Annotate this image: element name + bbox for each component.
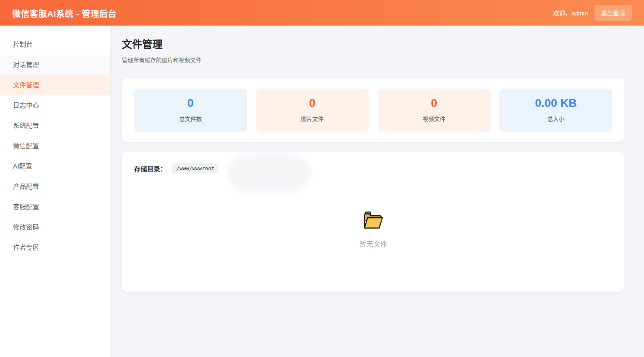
logout-button[interactable]: 退出登录 [594,5,632,21]
sidebar-item-change-password[interactable]: 修改密码 [0,217,110,238]
stat-value-image-files: 0 [256,97,369,110]
storage-directory-row: 存储目录： /www/wwwroot [134,163,612,173]
stat-label-video-files: 视频文件 [378,115,491,123]
stat-label-total-files: 总文件数 [134,115,247,123]
sidebar-item-system-config[interactable]: 系统配置 [0,116,110,136]
storage-directory-label: 存储目录： [134,164,167,173]
open-folder-icon [362,211,384,230]
sidebar-item-author-zone[interactable]: 作者专区 [0,238,110,258]
sidebar-item-service-config[interactable]: 客服配置 [0,197,110,217]
files-panel: 存储目录： /www/wwwroot 暂无文件 [122,152,624,292]
main-content: 文件管理 管理所有缓存的图片和视频文件 0 总文件数 0 图片文件 0 视频文件… [110,26,644,357]
stat-value-total-size: 0.00 KB [499,97,612,110]
page-subtitle: 管理所有缓存的图片和视频文件 [122,56,624,64]
stat-value-total-files: 0 [134,97,247,110]
app-title: 微信客服AI系统 - 管理后台 [12,7,117,19]
empty-state-text: 暂无文件 [360,238,387,249]
empty-state: 暂无文件 [134,211,612,249]
sidebar-item-conversations[interactable]: 对话管理 [0,55,110,75]
stat-value-video-files: 0 [378,97,491,110]
sidebar-item-dashboard[interactable]: 控制台 [0,35,110,55]
header-right: 欢迎，admin 退出登录 [553,5,632,21]
stats-panel: 0 总文件数 0 图片文件 0 视频文件 0.00 KB 总大小 [122,78,624,142]
app-header: 微信客服AI系统 - 管理后台 欢迎，admin 退出登录 [0,0,644,26]
sidebar-item-files[interactable]: 文件管理 [0,75,110,95]
sidebar: 控制台 对话管理 文件管理 日志中心 系统配置 微信配置 AI配置 产品配置 客… [0,26,110,357]
sidebar-item-wechat-config[interactable]: 微信配置 [0,136,110,156]
sidebar-nav: 控制台 对话管理 文件管理 日志中心 系统配置 微信配置 AI配置 产品配置 客… [0,35,110,258]
sidebar-item-logs[interactable]: 日志中心 [0,95,110,116]
sidebar-item-ai-config[interactable]: AI配置 [0,156,110,177]
stat-card-video-files: 0 视频文件 [378,89,491,132]
layout: 控制台 对话管理 文件管理 日志中心 系统配置 微信配置 AI配置 产品配置 客… [0,26,644,357]
page-title: 文件管理 [122,36,624,51]
welcome-text: 欢迎，admin [553,9,588,17]
stat-card-total-files: 0 总文件数 [134,89,247,132]
stat-label-image-files: 图片文件 [256,115,369,123]
stat-card-image-files: 0 图片文件 [256,89,369,132]
stat-card-total-size: 0.00 KB 总大小 [499,89,612,132]
sidebar-item-product-config[interactable]: 产品配置 [0,177,110,197]
storage-directory-path: /www/wwwroot [172,163,219,173]
stat-label-total-size: 总大小 [499,115,612,123]
